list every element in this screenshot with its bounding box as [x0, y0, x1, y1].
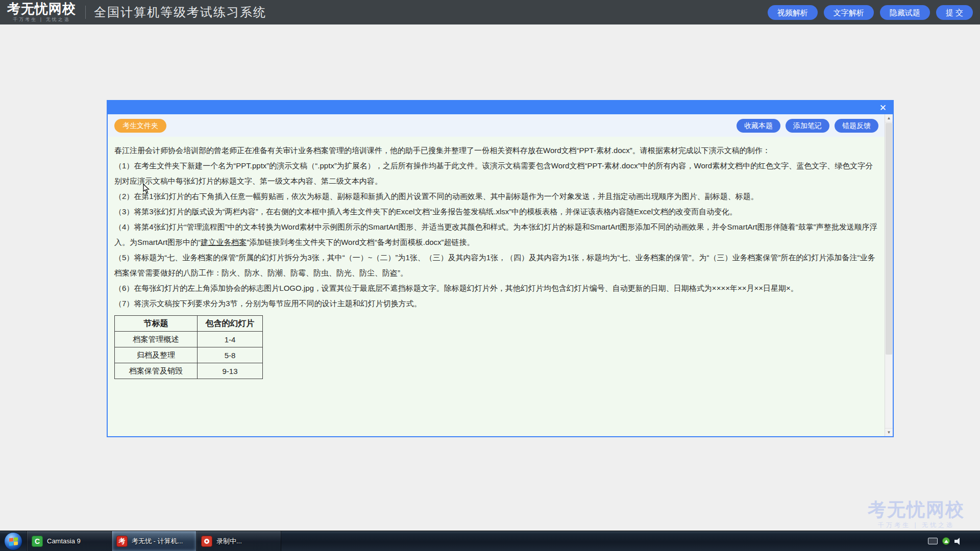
scroll-up-icon[interactable]: ▲ — [885, 114, 893, 122]
question-item-4-link-text: 建立业务档案 — [201, 238, 247, 246]
volume-icon[interactable] — [954, 538, 963, 545]
scrollbar-thumb[interactable] — [886, 123, 892, 355]
taskbar-item-camtasia[interactable]: C Camtasia 9 — [27, 531, 112, 551]
table-cell: 1-4 — [198, 332, 263, 347]
site-logo-tagline: 千万考生 | 无忧之选 — [13, 16, 70, 23]
table-header-section-title: 节标题 — [115, 316, 198, 332]
question-item-4-after: ”添加链接到考生文件夹下的Word文档“备考封面模板.docx”超链接。 — [247, 238, 474, 246]
header-actions: 视频解析 文字解析 隐藏试题 提 交 — [768, 5, 973, 20]
page-watermark: 考无忧网校 千万考生 | 无忧之选 — [868, 500, 965, 530]
table-cell: 归档及整理 — [115, 347, 198, 363]
candidate-folder-button[interactable]: 考生文件夹 — [114, 119, 166, 133]
taskbar-item-label: 录制中... — [216, 537, 242, 546]
windows-taskbar: C Camtasia 9 考 考无忧 - 计算机... 录制中... — [0, 531, 980, 551]
input-method-icon[interactable] — [928, 538, 938, 544]
question-content: 春江注册会计师协会培训部的曾老师正在准备有关审计业务档案管理的培训课件，他的助手… — [108, 137, 885, 436]
dialog-titlebar[interactable]: ✕ — [108, 101, 893, 114]
dialog-toolbar: 考生文件夹 收藏本题 添加笔记 错题反馈 — [108, 114, 885, 137]
question-item-5: （5）将标题为“七、业务档案的保管”所属的幻灯片拆分为3张，其中“（一）~（二）… — [114, 250, 877, 281]
watermark-logo-text: 考无忧网校 — [868, 500, 965, 519]
submit-button[interactable]: 提 交 — [936, 5, 973, 20]
system-tray — [928, 531, 980, 551]
windows-logo-icon — [9, 537, 18, 546]
kaowuyou-app-icon: 考 — [116, 536, 128, 547]
dialog-action-buttons: 收藏本题 添加笔记 错题反馈 — [737, 119, 878, 133]
table-cell: 5-8 — [198, 347, 263, 363]
table-row: 档案保管及销毁 9-13 — [115, 363, 263, 379]
question-item-2: （2）在第1张幻灯片的右下角插入任意一幅剪贴画，依次为标题、副标题和新插入的图片… — [114, 189, 877, 204]
question-dialog: ✕ 考生文件夹 收藏本题 添加笔记 错题反馈 春江注册会计师协会培训部的曾老师正… — [107, 100, 894, 437]
sections-table: 节标题 包含的幻灯片 档案管理概述 1-4 归档及整理 5-8 档案保管及销毁 … — [114, 315, 263, 379]
taskbar-item-recording[interactable]: 录制中... — [197, 531, 281, 551]
site-logo-text: 考无忧网校 — [7, 2, 76, 15]
table-header-row: 节标题 包含的幻灯片 — [115, 316, 263, 332]
watermark-tagline: 千万考生 | 无忧之选 — [868, 521, 965, 530]
text-analysis-button[interactable]: 文字解析 — [824, 5, 874, 20]
error-feedback-button[interactable]: 错题反馈 — [835, 119, 878, 133]
top-header-bar: 考无忧网校 千万考生 | 无忧之选 全国计算机等级考试练习系统 视频解析 文字解… — [0, 0, 980, 24]
question-intro: 春江注册会计师协会培训部的曾老师正在准备有关审计业务档案管理的培训课件，他的助手… — [114, 143, 877, 158]
dialog-scrollbar[interactable]: ▲ ▼ — [885, 114, 893, 436]
question-item-1: （1）在考生文件夹下新建一个名为“PPT.pptx”的演示文稿（“.pptx”为… — [114, 158, 877, 189]
table-cell: 档案保管及销毁 — [115, 363, 198, 379]
table-cell: 9-13 — [198, 363, 263, 379]
video-analysis-button[interactable]: 视频解析 — [768, 5, 818, 20]
camtasia-icon: C — [32, 536, 43, 547]
taskbar-item-label: 考无忧 - 计算机... — [132, 537, 183, 546]
site-logo: 考无忧网校 千万考生 | 无忧之选 — [7, 2, 76, 23]
header-divider — [85, 6, 86, 19]
table-row: 归档及整理 5-8 — [115, 347, 263, 363]
taskbar-item-kaowuyou[interactable]: 考 考无忧 - 计算机... — [112, 531, 197, 551]
tray-status-icon[interactable] — [942, 537, 950, 545]
scroll-down-icon[interactable]: ▼ — [885, 428, 893, 436]
recorder-icon — [201, 536, 212, 547]
question-item-6: （6）在每张幻灯片的左上角添加协会的标志图片LOGO.jpg，设置其位于最底层不… — [114, 281, 877, 296]
taskbar-item-label: Camtasia 9 — [47, 537, 81, 545]
start-button[interactable] — [4, 532, 22, 550]
favorite-question-button[interactable]: 收藏本题 — [737, 119, 780, 133]
question-item-3: （3）将第3张幻灯片的版式设为“两栏内容”，在右侧的文本框中插入考生文件夹下的E… — [114, 204, 877, 219]
table-header-included-slides: 包含的幻灯片 — [198, 316, 263, 332]
add-note-button[interactable]: 添加笔记 — [786, 119, 829, 133]
mouse-cursor — [143, 184, 150, 194]
table-row: 档案管理概述 1-4 — [115, 332, 263, 347]
question-item-7: （7）将演示文稿按下列要求分为3节，分别为每节应用不同的设计主题和幻灯片切换方式… — [114, 296, 877, 311]
question-item-4: （4）将第4张幻灯片“管理流程图”中的文本转换为Word素材中示例图所示的Sma… — [114, 219, 877, 250]
system-title: 全国计算机等级考试练习系统 — [94, 4, 266, 20]
hide-question-button[interactable]: 隐藏试题 — [880, 5, 930, 20]
close-icon[interactable]: ✕ — [879, 104, 887, 112]
table-cell: 档案管理概述 — [115, 332, 198, 347]
